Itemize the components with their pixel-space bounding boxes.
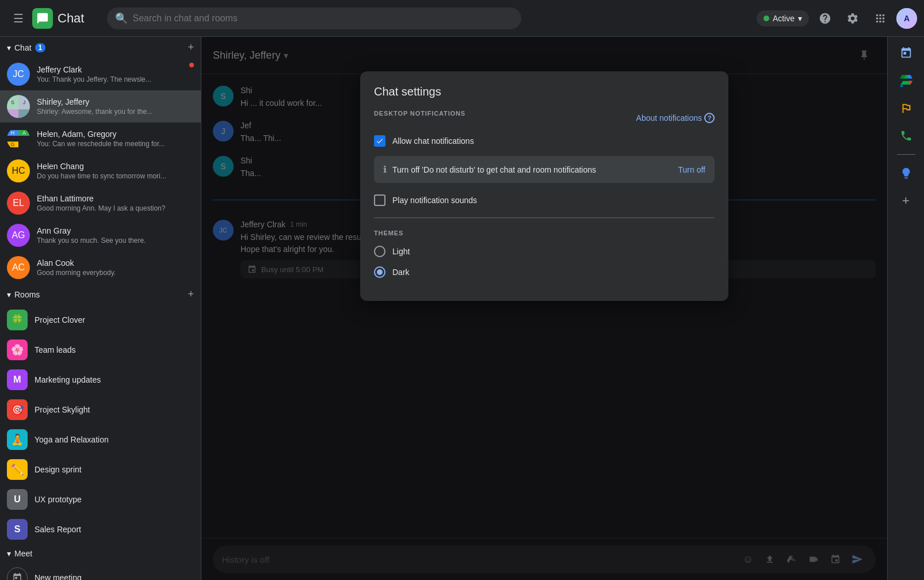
dnd-banner: ℹ Turn off 'Do not disturb' to get chat … xyxy=(374,156,715,183)
search-input[interactable] xyxy=(107,7,521,29)
meet-section-label: Meet xyxy=(14,549,32,558)
chat-name: Ann Gray xyxy=(37,226,194,235)
chat-preview: Good morning everybody. xyxy=(37,269,194,277)
room-item-project-skylight[interactable]: 🎯 Project Skylight xyxy=(0,395,201,425)
about-notifications-link[interactable]: About notifications ? xyxy=(636,113,715,123)
top-nav: ☰ Chat 🔍 Active ▾ xyxy=(0,0,924,37)
theme-light-radio[interactable] xyxy=(374,246,385,257)
room-item-design-sprint[interactable]: ✏️ Design sprint xyxy=(0,455,201,484)
chat-item-shirley-jeffery[interactable]: S J Shirley, Jeffery Shirley: Awesome, t… xyxy=(0,90,201,123)
room-name: Yoga and Relaxation xyxy=(35,435,109,444)
room-item-sales-report[interactable]: S Sales Report xyxy=(0,514,201,544)
room-item-ux-prototype[interactable]: U UX prototype xyxy=(0,484,201,514)
main-layout: ▾ Chat 1 + JC Jeffery Clark You: Thank y… xyxy=(0,37,924,580)
chat-preview: You: Can we reschedule the meeting for..… xyxy=(37,140,194,148)
drive-panel-icon[interactable] xyxy=(895,69,918,92)
help-button[interactable] xyxy=(814,7,837,30)
nav-right: Active ▾ A xyxy=(757,7,917,30)
avatar: HC xyxy=(7,159,30,182)
avatar: AC xyxy=(7,256,30,279)
chevron-down-icon: ▾ xyxy=(798,14,802,23)
chat-preview: Thank you so much. See you there. xyxy=(37,236,194,245)
room-item-marketing-updates[interactable]: M Marketing updates xyxy=(0,365,201,395)
room-name: Design sprint xyxy=(35,465,82,474)
chat-item-helen-chang[interactable]: HC Helen Chang Do you have time to sync … xyxy=(0,155,201,187)
allow-notifications-row: Allow chat notifications xyxy=(374,135,715,147)
avatar: H A G xyxy=(7,127,30,150)
room-item-project-clover[interactable]: 🍀 Project Clover xyxy=(0,305,201,335)
chat-name: Ethan Lattimore xyxy=(37,194,194,203)
chevron-down-icon: ▾ xyxy=(7,549,11,558)
room-name: Project Clover xyxy=(35,315,85,325)
calendar-panel-icon[interactable] xyxy=(895,41,918,64)
chat-name: Alan Cook xyxy=(37,258,194,268)
chat-preview: Good morning Ann. May I ask a question? xyxy=(37,204,194,212)
room-name: Marketing updates xyxy=(35,375,101,384)
room-icon: S xyxy=(7,519,28,540)
chat-unread-badge: 1 xyxy=(35,43,46,52)
dnd-text: ℹ Turn off 'Do not disturb' to get chat … xyxy=(383,164,671,175)
meet-name: New meeting xyxy=(35,573,82,580)
chat-item-alan-cook[interactable]: AC Alan Cook Good morning everybody. xyxy=(0,251,201,284)
turn-off-dnd-button[interactable]: Turn off xyxy=(678,165,705,174)
room-item-yoga-relaxation[interactable]: 🧘 Yoga and Relaxation xyxy=(0,425,201,455)
right-panel: + xyxy=(887,37,924,580)
modal-overlay[interactable]: Chat settings DESKTOP NOTIFICATIONS Abou… xyxy=(201,37,887,580)
room-icon: 🍀 xyxy=(7,310,28,330)
info-icon: ℹ xyxy=(383,164,387,175)
phone-panel-icon[interactable] xyxy=(895,124,918,147)
themes-label: THEMES xyxy=(374,230,715,236)
add-panel-app-button[interactable]: + xyxy=(895,189,918,212)
allow-notifications-checkbox[interactable] xyxy=(374,135,385,147)
room-icon: U xyxy=(7,489,28,510)
room-icon: 🌸 xyxy=(7,339,28,360)
unread-indicator xyxy=(189,63,194,67)
apps-button[interactable] xyxy=(869,7,892,30)
add-chat-button[interactable]: + xyxy=(188,41,194,54)
rooms-section-label: Rooms xyxy=(14,290,40,299)
chevron-down-icon: ▾ xyxy=(7,43,11,52)
room-name: UX prototype xyxy=(35,495,82,504)
theme-light-row: Light xyxy=(374,246,715,257)
status-label: Active xyxy=(773,14,795,23)
notes-panel-icon[interactable] xyxy=(895,162,918,185)
theme-light-label: Light xyxy=(392,247,410,256)
chat-name: Shirley, Jeffery xyxy=(37,97,194,106)
theme-dark-label: Dark xyxy=(392,268,410,277)
chat-section-header[interactable]: ▾ Chat 1 + xyxy=(0,37,201,58)
play-sounds-checkbox[interactable] xyxy=(374,194,385,206)
modal-title: Chat settings xyxy=(374,85,715,98)
tasks-panel-icon[interactable] xyxy=(895,97,918,120)
chat-name: Jeffery Clark xyxy=(37,65,194,74)
chat-item-ethan-lattimore[interactable]: EL Ethan Lattimore Good morning Ann. May… xyxy=(0,187,201,219)
meet-item-new-meeting[interactable]: New meeting xyxy=(0,563,201,580)
room-name: Project Skylight xyxy=(35,405,90,414)
room-icon: M xyxy=(7,369,28,390)
room-icon: 🎯 xyxy=(7,399,28,420)
room-name: Team leads xyxy=(35,345,76,354)
play-sounds-label: Play notification sounds xyxy=(392,196,477,205)
radio-selected-indicator xyxy=(377,269,383,275)
chat-item-jeffery-clark[interactable]: JC Jeffery Clark You: Thank you Jeffery.… xyxy=(0,58,201,90)
status-badge[interactable]: Active ▾ xyxy=(757,10,809,26)
status-dot xyxy=(763,16,769,21)
avatar: S J xyxy=(7,95,30,118)
meet-section-header[interactable]: ▾ Meet xyxy=(0,544,201,563)
rooms-section-header[interactable]: ▾ Rooms + xyxy=(0,284,201,305)
avatar: JC xyxy=(7,63,30,86)
settings-button[interactable] xyxy=(841,7,864,30)
chat-preview: You: Thank you Jeffery. The newsle... xyxy=(37,75,194,83)
user-avatar[interactable]: A xyxy=(896,8,917,29)
chat-item-helen-adam-gregory[interactable]: H A G Helen, Adam, Gregory You: Can we r… xyxy=(0,123,201,155)
chat-section-label: Chat xyxy=(14,43,32,52)
search-icon: 🔍 xyxy=(115,12,128,25)
hamburger-button[interactable]: ☰ xyxy=(7,7,30,30)
theme-dark-radio[interactable] xyxy=(374,266,385,278)
notifications-header: DESKTOP NOTIFICATIONS About notification… xyxy=(374,110,715,126)
allow-notifications-label: Allow chat notifications xyxy=(392,136,474,146)
room-name: Sales Report xyxy=(35,525,81,534)
room-item-team-leads[interactable]: 🌸 Team leads xyxy=(0,335,201,365)
chat-item-ann-gray[interactable]: AG Ann Gray Thank you so much. See you t… xyxy=(0,219,201,251)
add-room-button[interactable]: + xyxy=(188,288,194,300)
play-sounds-row: Play notification sounds xyxy=(374,194,715,206)
